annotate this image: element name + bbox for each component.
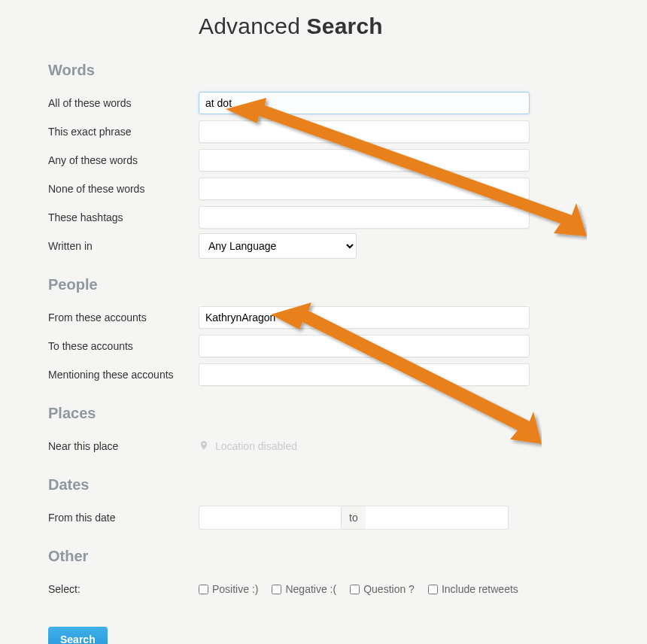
input-exact-phrase[interactable]	[199, 120, 530, 143]
search-button[interactable]: Search	[48, 627, 108, 644]
section-head-dates: Dates	[48, 476, 647, 494]
label-all-words: All of these words	[48, 97, 199, 109]
label-exact-phrase: This exact phrase	[48, 126, 199, 138]
label-mention-accounts: Mentioning these accounts	[48, 369, 199, 381]
pin-icon	[199, 439, 209, 454]
page-title: Advanced Search	[199, 14, 647, 39]
label-any-words: Any of these words	[48, 154, 199, 166]
checkbox-question-input[interactable]	[350, 585, 360, 594]
checkbox-question-label: Question ?	[363, 583, 415, 595]
input-from-date[interactable]	[199, 506, 342, 530]
date-separator: to	[342, 506, 366, 530]
input-to-accounts[interactable]	[199, 335, 530, 357]
label-select: Select:	[48, 583, 199, 595]
select-language[interactable]: Any Language	[199, 233, 357, 259]
checkbox-negative-input[interactable]	[272, 585, 281, 594]
label-language: Written in	[48, 240, 199, 252]
checkbox-positive-input[interactable]	[199, 585, 208, 594]
input-mention-accounts[interactable]	[199, 363, 530, 386]
label-to-accounts: To these accounts	[48, 340, 199, 352]
checkbox-retweets-input[interactable]	[428, 585, 438, 594]
input-to-date[interactable]	[366, 506, 509, 530]
section-head-words: Words	[48, 62, 647, 79]
checkbox-positive-label: Positive :)	[212, 583, 258, 595]
input-any-words[interactable]	[199, 149, 530, 172]
title-prefix: Advanced	[199, 14, 300, 38]
label-hashtags: These hashtags	[48, 211, 199, 223]
label-near-place: Near this place	[48, 440, 199, 452]
checkbox-question[interactable]: Question ?	[350, 583, 415, 595]
title-bold: Search	[307, 14, 383, 38]
label-from-date: From this date	[48, 512, 199, 524]
label-from-accounts: From these accounts	[48, 311, 199, 324]
input-from-accounts[interactable]	[199, 306, 530, 329]
location-disabled-text: Location disabled	[215, 440, 297, 452]
checkbox-retweets-label: Include retweets	[442, 583, 518, 595]
checkbox-retweets[interactable]: Include retweets	[428, 583, 518, 595]
label-none-words: None of these words	[48, 183, 199, 195]
input-all-words[interactable]	[199, 92, 530, 114]
checkbox-positive[interactable]: Positive :)	[199, 583, 258, 595]
section-head-people: People	[48, 276, 647, 293]
checkbox-negative[interactable]: Negative :(	[272, 583, 336, 595]
section-head-other: Other	[48, 548, 647, 565]
input-none-words[interactable]	[199, 178, 530, 200]
checkbox-negative-label: Negative :(	[285, 583, 336, 595]
input-hashtags[interactable]	[199, 206, 530, 229]
section-head-places: Places	[48, 405, 647, 422]
